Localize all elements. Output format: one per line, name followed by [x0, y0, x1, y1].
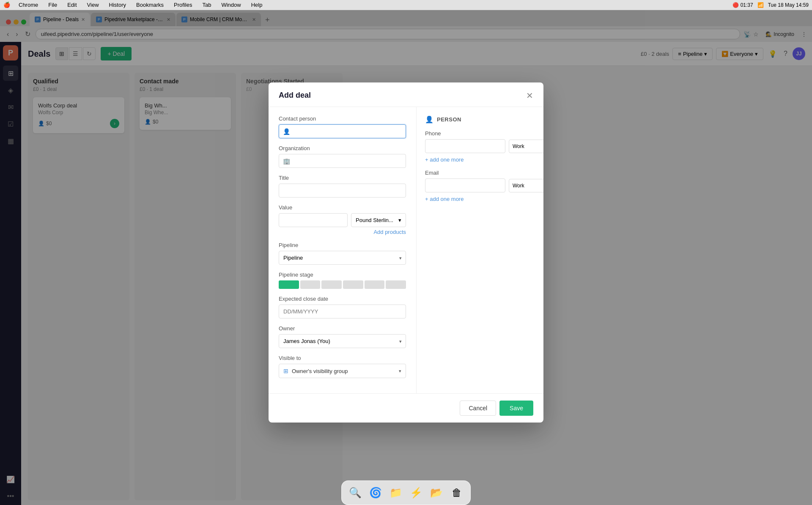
modal-right-panel: 👤 PERSON Phone Work Home Mo [417, 107, 543, 393]
value-input[interactable] [279, 213, 348, 227]
title-input[interactable] [279, 184, 406, 198]
menu-view[interactable]: View [85, 1, 101, 9]
menu-window[interactable]: Window [219, 1, 242, 9]
clock: Tue 18 May 14:59 [768, 2, 809, 8]
modal-footer: Cancel Save [269, 393, 543, 423]
phone-type-select[interactable]: Work Home Mobile Other [509, 140, 543, 153]
visible-to-group: Visible to ⊞ Owner's visibility group ▾ [279, 355, 406, 378]
add-products-link[interactable]: Add products [279, 229, 406, 235]
visible-to-wrapper: ⊞ Owner's visibility group ▾ [279, 364, 406, 378]
dock-app5[interactable]: 📂 [427, 483, 446, 502]
email-input[interactable] [425, 178, 505, 192]
organization-label: Organization [279, 145, 406, 151]
phone-label: Phone [425, 130, 535, 137]
dock-finder[interactable]: 🔍 [346, 483, 365, 502]
value-label: Value [279, 204, 406, 211]
value-group: Value Pound Sterlin... ▾ Add products [279, 204, 406, 235]
menubar: 🍎 Chrome File Edit View History Bookmark… [0, 0, 812, 10]
contact-person-input-wrapper: 👤 [279, 124, 406, 138]
contact-person-input[interactable] [279, 124, 406, 138]
person-section-icon: 👤 [425, 115, 433, 124]
title-group: Title [279, 175, 406, 198]
person-section: 👤 PERSON Phone Work Home Mo [425, 115, 535, 202]
dock-chrome[interactable]: 🌀 [366, 483, 385, 502]
email-field-row: Work Home Other ▾ [425, 178, 535, 192]
pipeline-stage-group: Pipeline stage [279, 272, 406, 289]
visible-to-text: Owner's visibility group [292, 368, 395, 374]
menu-tab[interactable]: Tab [200, 1, 213, 9]
person-header: 👤 PERSON [425, 115, 535, 124]
stage-1[interactable] [279, 280, 299, 289]
stage-6[interactable] [386, 280, 406, 289]
apple-menu[interactable]: 🍎 [3, 2, 10, 8]
menu-profiles[interactable]: Profiles [172, 1, 194, 9]
pipeline-stage-label: Pipeline stage [279, 272, 406, 278]
dock-files[interactable]: 📁 [387, 483, 405, 502]
close-date-group: Expected close date [279, 296, 406, 318]
person-section-title: PERSON [437, 116, 461, 123]
menu-file[interactable]: File [47, 1, 59, 9]
owner-group: Owner James Jonas (You) ▾ [279, 325, 406, 348]
visible-to-select[interactable]: ⊞ Owner's visibility group ▾ [279, 364, 406, 378]
add-deal-modal: Add deal ✕ Contact person 👤 Organization [269, 82, 543, 423]
pipeline-select-label: Pipeline [279, 242, 406, 248]
dock: 🔍 🌀 📁 ⚡ 📂 🗑 [341, 480, 471, 505]
menu-chrome[interactable]: Chrome [17, 1, 40, 9]
email-group: Email Work Home Other ▾ [425, 170, 535, 202]
modal-header: Add deal ✕ [269, 82, 543, 107]
visibility-icon: ⊞ [283, 368, 288, 374]
dock-app4[interactable]: ⚡ [407, 483, 425, 502]
pipeline-group: Pipeline Pipeline ▾ [279, 242, 406, 265]
modal-close-button[interactable]: ✕ [526, 91, 533, 100]
battery-status: 🔴 01:37 [732, 2, 753, 8]
wifi-icon: 📶 [757, 2, 764, 8]
pipeline-stages [279, 280, 406, 289]
organization-input-wrapper: 🏢 [279, 154, 406, 168]
currency-select[interactable]: Pound Sterlin... ▾ [351, 213, 406, 227]
pipeline-select-wrapper: Pipeline ▾ [279, 251, 406, 265]
owner-select-wrapper: James Jonas (You) ▾ [279, 334, 406, 348]
stage-3[interactable] [321, 280, 342, 289]
phone-field-row: Work Home Mobile Other ▾ [425, 139, 535, 153]
menu-history[interactable]: History [107, 1, 128, 9]
owner-select[interactable]: James Jonas (You) [279, 334, 406, 348]
owner-label: Owner [279, 325, 406, 332]
email-label: Email [425, 170, 535, 176]
contact-person-label: Contact person [279, 115, 406, 122]
stage-2[interactable] [300, 280, 321, 289]
stage-5[interactable] [365, 280, 385, 289]
save-button[interactable]: Save [499, 401, 533, 416]
add-email-link[interactable]: + add one more [425, 196, 535, 202]
currency-label: Pound Sterlin... [356, 217, 393, 223]
stage-4[interactable] [343, 280, 363, 289]
dock-trash[interactable]: 🗑 [447, 483, 466, 502]
organization-input[interactable] [279, 154, 406, 168]
phone-type-wrapper: Work Home Mobile Other ▾ [509, 140, 543, 153]
value-row: Pound Sterlin... ▾ [279, 213, 406, 227]
modal-body: Contact person 👤 Organization 🏢 [269, 107, 543, 393]
person-icon: 👤 [283, 128, 290, 135]
visible-to-label: Visible to [279, 355, 406, 361]
organization-group: Organization 🏢 [279, 145, 406, 168]
phone-input[interactable] [425, 139, 505, 153]
close-date-label: Expected close date [279, 296, 406, 302]
email-type-wrapper: Work Home Other ▾ [509, 179, 543, 192]
pipeline-select[interactable]: Pipeline [279, 251, 406, 265]
title-label: Title [279, 175, 406, 181]
add-phone-link[interactable]: + add one more [425, 156, 535, 163]
modal-overlay[interactable]: Add deal ✕ Contact person 👤 Organization [0, 0, 812, 505]
menu-bookmarks[interactable]: Bookmarks [134, 1, 165, 9]
email-type-select[interactable]: Work Home Other [509, 179, 543, 192]
phone-group: Phone Work Home Mobile Other ▾ [425, 130, 535, 163]
close-date-input[interactable] [279, 305, 406, 318]
visible-to-arrow: ▾ [399, 368, 401, 374]
cancel-button[interactable]: Cancel [460, 401, 496, 416]
org-icon: 🏢 [283, 158, 290, 165]
currency-chevron: ▾ [398, 217, 401, 223]
modal-title: Add deal [279, 91, 311, 100]
modal-left-panel: Contact person 👤 Organization 🏢 [269, 107, 417, 393]
menu-help[interactable]: Help [250, 1, 264, 9]
contact-person-group: Contact person 👤 [279, 115, 406, 138]
menu-edit[interactable]: Edit [66, 1, 78, 9]
